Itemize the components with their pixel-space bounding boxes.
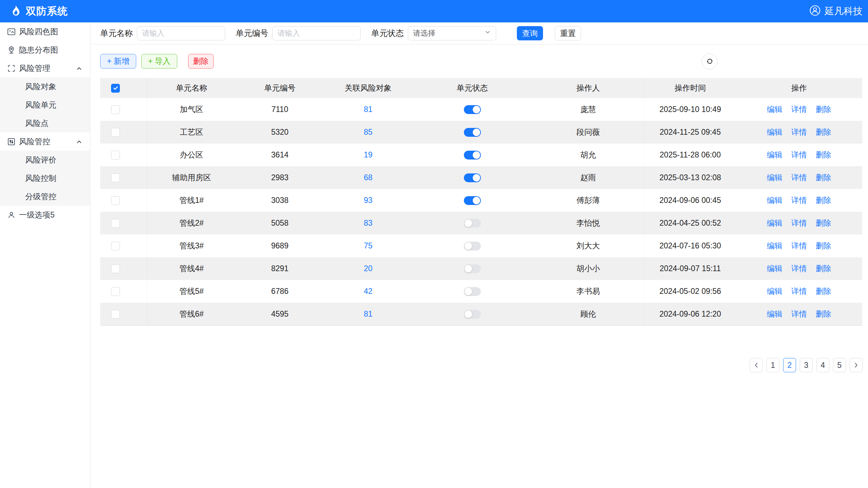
unit-status-toggle[interactable]: [464, 151, 481, 159]
detail-link[interactable]: 详情: [791, 263, 807, 274]
delete-link[interactable]: 删除: [816, 286, 831, 297]
page-button-2[interactable]: 2: [783, 358, 796, 372]
page-button-4[interactable]: 4: [816, 358, 829, 372]
toggle-knob: [473, 129, 480, 136]
main-content: 单元名称 单元编号 单元状态 请选择 查询 重置: [90, 22, 868, 488]
related-risk-count-link[interactable]: 68: [364, 173, 373, 182]
detail-link[interactable]: 详情: [791, 286, 807, 297]
related-risk-count-link[interactable]: 83: [364, 219, 373, 228]
detail-link[interactable]: 详情: [791, 172, 807, 183]
edit-link[interactable]: 编辑: [767, 172, 782, 183]
unit-status-toggle[interactable]: [464, 264, 481, 273]
sidebar-item-four-color-map[interactable]: 风险四色图: [0, 22, 90, 41]
delete-link[interactable]: 删除: [816, 309, 831, 319]
detail-link[interactable]: 详情: [791, 195, 807, 206]
row-checkbox[interactable]: [111, 310, 120, 319]
delete-link[interactable]: 删除: [816, 263, 831, 274]
detail-link[interactable]: 详情: [791, 241, 807, 251]
sidebar-item-risk-unit[interactable]: 风险单元: [0, 96, 90, 114]
sidebar-item-level1-option5[interactable]: 一级选项5: [0, 206, 90, 224]
related-risk-count-link[interactable]: 81: [364, 309, 373, 319]
row-checkbox[interactable]: [111, 242, 120, 250]
operator-cell: 胡小小: [532, 257, 644, 280]
flame-logo-icon: [10, 5, 21, 18]
edit-link[interactable]: 编辑: [767, 309, 782, 319]
related-risk-count-link[interactable]: 93: [364, 196, 373, 205]
sidebar-item-risk-control-group[interactable]: 风险管控: [0, 132, 90, 151]
related-risk-count-link[interactable]: 42: [364, 287, 373, 296]
edit-link[interactable]: 编辑: [767, 104, 782, 115]
detail-link[interactable]: 详情: [791, 218, 807, 228]
page-button-3[interactable]: 3: [800, 358, 813, 372]
unit-status-toggle[interactable]: [464, 105, 481, 114]
row-checkbox[interactable]: [111, 264, 120, 273]
toggle-knob: [465, 220, 472, 227]
unit-code-input[interactable]: [272, 26, 361, 40]
edit-link[interactable]: 编辑: [767, 218, 782, 228]
sidebar-item-risk-evaluation[interactable]: 风险评价: [0, 151, 90, 169]
sidebar-item-risk-ctrl[interactable]: 风险控制: [0, 169, 90, 187]
unit-status-toggle[interactable]: [464, 219, 481, 228]
delete-link[interactable]: 删除: [816, 195, 831, 206]
edit-link[interactable]: 编辑: [767, 263, 782, 274]
chevron-up-icon: [76, 65, 83, 72]
unit-status-toggle[interactable]: [464, 242, 481, 250]
add-button[interactable]: + 新增: [100, 54, 136, 69]
delete-link[interactable]: 删除: [816, 218, 831, 228]
unit-code-cell: 2983: [236, 166, 324, 189]
related-risk-count-link[interactable]: 75: [364, 241, 373, 250]
related-risk-count-link[interactable]: 19: [364, 150, 373, 159]
row-checkbox[interactable]: [111, 105, 120, 114]
unit-status-toggle[interactable]: [464, 287, 481, 296]
delete-link[interactable]: 删除: [816, 127, 831, 137]
unit-status-toggle[interactable]: [464, 196, 481, 205]
related-risk-count-link[interactable]: 20: [364, 264, 373, 273]
row-checkbox[interactable]: [111, 196, 120, 205]
import-button[interactable]: + 导入: [141, 54, 177, 69]
user-account[interactable]: 延凡科技: [809, 4, 865, 18]
detail-link[interactable]: 详情: [791, 127, 807, 137]
sidebar-item-risk-management[interactable]: 风险管理: [0, 59, 90, 77]
edit-link[interactable]: 编辑: [767, 127, 782, 137]
delete-link[interactable]: 删除: [816, 104, 831, 115]
search-button[interactable]: 查询: [517, 26, 543, 40]
delete-link[interactable]: 删除: [816, 172, 831, 183]
sidebar-item-risk-object[interactable]: 风险对象: [0, 77, 90, 96]
next-page-button[interactable]: [850, 358, 863, 372]
unit-name-input[interactable]: [137, 26, 225, 40]
select-all-checkbox[interactable]: [111, 84, 120, 93]
sidebar-item-graded-control[interactable]: 分级管控: [0, 187, 90, 206]
edit-link[interactable]: 编辑: [767, 286, 782, 297]
row-checkbox[interactable]: [111, 287, 120, 296]
table-row: 辅助用房区 2983 68 赵雨 2025-03-13 02:08 编辑详情删除: [100, 166, 862, 189]
detail-link[interactable]: 详情: [791, 104, 807, 115]
unit-status-toggle[interactable]: [464, 173, 481, 182]
page-button-5[interactable]: 5: [833, 358, 846, 372]
row-checkbox[interactable]: [111, 173, 120, 182]
column-header-time: 操作时间: [644, 78, 736, 98]
edit-link[interactable]: 编辑: [767, 241, 782, 251]
row-checkbox[interactable]: [111, 151, 120, 159]
row-checkbox[interactable]: [111, 128, 120, 137]
sidebar-item-risk-point[interactable]: 风险点: [0, 114, 90, 132]
unit-status-toggle[interactable]: [464, 128, 481, 137]
edit-link[interactable]: 编辑: [767, 150, 782, 160]
edit-link[interactable]: 编辑: [767, 195, 782, 206]
page-button-1[interactable]: 1: [766, 358, 779, 372]
row-checkbox[interactable]: [111, 219, 120, 228]
related-risk-count-link[interactable]: 81: [364, 105, 373, 114]
unit-status-toggle[interactable]: [464, 310, 481, 319]
unit-status-select[interactable]: 请选择: [408, 26, 496, 40]
chevron-right-icon: [853, 362, 859, 369]
delete-link[interactable]: 删除: [816, 241, 831, 251]
detail-link[interactable]: 详情: [791, 150, 807, 160]
delete-link[interactable]: 删除: [816, 150, 831, 160]
delete-button[interactable]: 删除: [188, 54, 214, 69]
reset-button[interactable]: 重置: [555, 26, 581, 40]
table-row: 管线6# 4595 81 顾伦 2024-09-06 12:20 编辑详情删除: [100, 303, 862, 325]
detail-link[interactable]: 详情: [791, 309, 807, 319]
sidebar-item-hazard-distribution[interactable]: 隐患分布图: [0, 41, 90, 59]
refresh-button[interactable]: [702, 53, 718, 69]
related-risk-count-link[interactable]: 85: [364, 128, 373, 137]
prev-page-button[interactable]: [750, 358, 763, 372]
